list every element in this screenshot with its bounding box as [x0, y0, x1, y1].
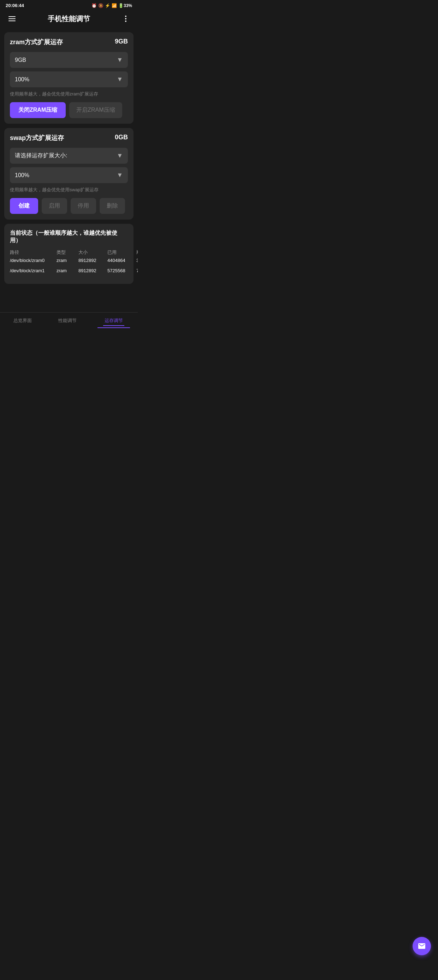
zram-button-row: 关闭ZRAM压缩 开启ZRAM压缩 [10, 102, 128, 118]
col-header-path: 路径 [10, 249, 56, 256]
swap-percent-dropdown-value: 100% [15, 172, 29, 178]
nav-label-performance: 性能调节 [58, 318, 77, 324]
zram-percent-chevron-icon: ▼ [117, 76, 123, 83]
main-content: zram方式扩展运存 9GB 9GB ▼ 100% ▼ 使用频率越大，越会优先使… [0, 29, 138, 312]
zram-size-chevron-icon: ▼ [117, 56, 123, 64]
row1-size: 8912892 [78, 258, 107, 263]
nav-item-performance[interactable]: 性能调节 [52, 316, 82, 328]
zram-hint: 使用频率越大，越会优先使用zram扩展运存 [10, 91, 128, 97]
table-row: /dev/block/zram0 zram 8912892 4404864 32… [10, 258, 128, 263]
close-zram-button[interactable]: 关闭ZRAM压缩 [10, 102, 66, 118]
menu-button[interactable] [6, 13, 18, 25]
disable-swap-button[interactable]: 停用 [71, 198, 96, 214]
swap-percent-dropdown[interactable]: 100% ▼ [10, 167, 128, 183]
swap-hint: 使用频率越大，越会优先使用swap扩展运存 [10, 187, 128, 193]
zram-card-header: zram方式扩展运存 9GB [10, 38, 128, 46]
zram-title: zram方式扩展运存 [10, 38, 63, 46]
create-swap-button[interactable]: 创建 [10, 198, 38, 214]
status-table-header: 路径 类型 大小 已用 顺序 [10, 249, 128, 256]
swap-current-value: 0GB [115, 134, 128, 141]
top-bar: 手机性能调节 [0, 10, 138, 29]
swap-size-dropdown[interactable]: 请选择运存扩展大小: ▼ [10, 148, 128, 164]
swap-size-chevron-icon: ▼ [117, 152, 123, 159]
battery-icon: 🔋33% [118, 3, 132, 8]
row2-size: 8912892 [78, 268, 107, 273]
zram-percent-dropdown-value: 100% [15, 76, 29, 83]
time-display: 20:06:44 [6, 3, 24, 8]
svg-point-0 [125, 16, 127, 17]
status-icons: ⏰ 🔕 ⚡ 📶 🔋33% [92, 3, 132, 8]
col-header-size: 大小 [78, 249, 107, 256]
status-time: 20:06:44 [6, 3, 24, 8]
table-row: /dev/block/zram1 zram 8912892 5725568 78… [10, 268, 128, 273]
row1-order: 32758 [136, 258, 138, 263]
svg-point-1 [125, 18, 127, 19]
swap-button-row: 创建 启用 停用 删除 [10, 198, 128, 214]
mute-icon: 🔕 [98, 3, 103, 8]
nav-item-memory[interactable]: 运存调节 [97, 316, 130, 328]
row2-used: 5725568 [107, 268, 136, 273]
hamburger-icon [8, 16, 16, 21]
zram-percent-dropdown[interactable]: 100% ▼ [10, 72, 128, 88]
row1-type: zram [57, 258, 78, 263]
row1-path: /dev/block/zram0 [10, 258, 56, 263]
row1-used: 4404864 [107, 258, 136, 263]
row2-path: /dev/block/zram1 [10, 268, 56, 273]
swap-card: swap方式扩展运存 0GB 请选择运存扩展大小: ▼ 100% ▼ 使用频率越… [4, 128, 133, 220]
more-options-button[interactable] [119, 13, 132, 25]
nav-active-indicator [103, 325, 124, 326]
swap-size-dropdown-placeholder: 请选择运存扩展大小: [15, 152, 67, 159]
delete-swap-button[interactable]: 删除 [100, 198, 125, 214]
zram-size-dropdown-value: 9GB [15, 57, 26, 63]
enable-swap-button[interactable]: 启用 [42, 198, 67, 214]
swap-title: swap方式扩展运存 [10, 134, 64, 142]
col-header-used: 已用 [107, 249, 136, 256]
swap-card-header: swap方式扩展运存 0GB [10, 134, 128, 142]
zram-card: zram方式扩展运存 9GB 9GB ▼ 100% ▼ 使用频率越大，越会优先使… [4, 32, 133, 124]
col-header-order: 顺序 [136, 249, 138, 256]
row2-order: 7853 [136, 268, 138, 273]
status-card: 当前状态（一般谁顺序越大，谁越优先被使用） 路径 类型 大小 已用 顺序 /de… [4, 224, 133, 284]
nav-label-overview: 总览界面 [13, 318, 32, 324]
svg-point-2 [125, 21, 127, 22]
alarm-icon: ⏰ [92, 3, 97, 8]
signal-icon: 📶 [112, 3, 117, 8]
status-bar: 20:06:44 ⏰ 🔕 ⚡ 📶 🔋33% [0, 0, 138, 10]
row2-type: zram [57, 268, 78, 273]
nav-label-memory: 运存调节 [105, 318, 123, 324]
nav-item-overview[interactable]: 总览界面 [8, 316, 37, 328]
bottom-navigation: 总览界面 性能调节 运存调节 [0, 312, 138, 329]
zram-size-dropdown[interactable]: 9GB ▼ [10, 52, 128, 68]
more-icon [122, 14, 130, 23]
col-header-type: 类型 [57, 249, 78, 256]
page-title: 手机性能调节 [48, 14, 90, 24]
open-zram-button[interactable]: 开启ZRAM压缩 [69, 102, 122, 118]
status-card-title: 当前状态（一般谁顺序越大，谁越优先被使用） [10, 229, 128, 244]
zram-current-value: 9GB [115, 38, 128, 45]
swap-percent-chevron-icon: ▼ [117, 172, 123, 179]
bluetooth-icon: ⚡ [105, 3, 110, 8]
